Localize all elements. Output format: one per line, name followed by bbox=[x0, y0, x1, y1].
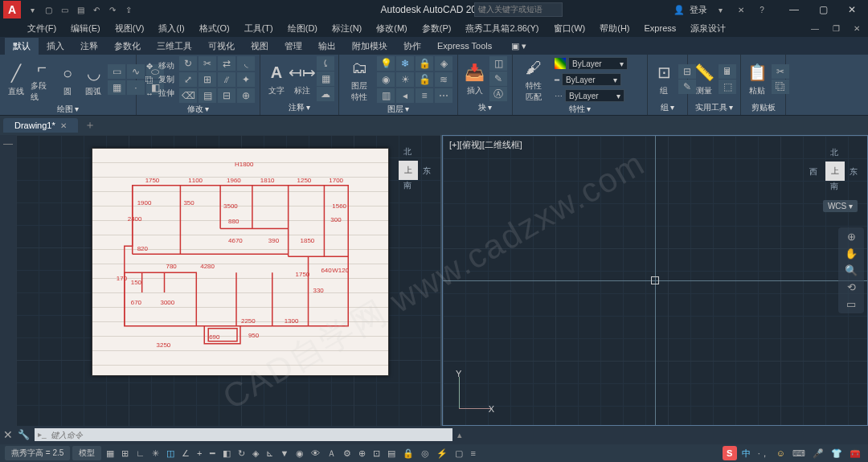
polar-toggle-icon[interactable]: ✳ bbox=[149, 447, 162, 460]
infocenter-dropdown[interactable]: ▾ bbox=[714, 3, 727, 16]
viewport-right[interactable]: [+][俯视][二维线框] Y X 上 北 南 东 西 WCS ▾ ⊕ ✋ 🔍 bbox=[442, 135, 868, 426]
hardware-accel-icon[interactable]: ⚡ bbox=[434, 447, 450, 460]
menu-yanxiu[interactable]: 燕秀工具箱2.86(Y) bbox=[459, 21, 545, 36]
join-icon[interactable]: ⊕ bbox=[237, 88, 255, 103]
viewcube-face[interactable]: 上 bbox=[399, 161, 418, 180]
break-icon[interactable]: ⊟ bbox=[218, 88, 235, 103]
steering-wheel-icon[interactable]: ⊕ bbox=[847, 231, 856, 243]
document-tab[interactable]: Drawing1* ✕ bbox=[3, 118, 78, 133]
app-logo[interactable]: A bbox=[3, 1, 21, 18]
zoom-icon[interactable]: 🔍 bbox=[845, 264, 858, 276]
color-combo[interactable]: ByLayer▾ bbox=[568, 57, 628, 70]
minimize-button[interactable]: — bbox=[781, 2, 807, 17]
layer-more-icon[interactable]: ⋯ bbox=[435, 88, 452, 103]
undo-icon[interactable]: ↶ bbox=[90, 3, 103, 16]
filter-icon[interactable]: ▼ bbox=[278, 447, 292, 460]
user-icon[interactable]: 👤 bbox=[674, 5, 685, 15]
ribbon-tab-annotate[interactable]: 注释 bbox=[72, 38, 106, 55]
ribbon-tab-visualize[interactable]: 可视化 bbox=[200, 38, 243, 55]
tray-punct-icon[interactable]: ·， bbox=[755, 446, 772, 461]
viewport-left[interactable]: 上 北 南 东 H1800 bbox=[16, 135, 440, 426]
anno-vis-icon[interactable]: 👁 bbox=[309, 447, 322, 460]
strip-expand-icon[interactable]: — bbox=[3, 138, 13, 149]
tray-voice-icon[interactable]: 🎤 bbox=[810, 447, 826, 460]
ribbon-tab-collab[interactable]: 协作 bbox=[395, 38, 429, 55]
offset-icon[interactable]: ⫽ bbox=[218, 72, 235, 87]
cmd-history-icon[interactable]: ▴ bbox=[457, 430, 462, 440]
circle-button[interactable]: ○圆 bbox=[56, 62, 79, 97]
clean-screen-icon[interactable]: ▢ bbox=[452, 447, 465, 460]
mirror-icon[interactable]: ⇄ bbox=[218, 56, 235, 71]
lock-ui-icon[interactable]: 🔒 bbox=[400, 447, 416, 460]
dyn-input-icon[interactable]: + bbox=[194, 447, 204, 460]
quick-props-icon[interactable]: ▤ bbox=[385, 447, 398, 460]
snap-toggle-icon[interactable]: ⊞ bbox=[119, 447, 131, 460]
table-icon[interactable]: ▦ bbox=[317, 72, 334, 86]
viewcube-right[interactable]: 上 北 南 东 西 bbox=[809, 145, 858, 194]
layer-match-icon[interactable]: ≋ bbox=[435, 72, 452, 87]
viewcube-face[interactable]: 上 bbox=[825, 161, 845, 181]
layer-thaw-icon[interactable]: ☀ bbox=[396, 72, 414, 87]
edit-block-icon[interactable]: ✎ bbox=[489, 72, 507, 86]
ribbon-tab-addins[interactable]: 附加模块 bbox=[344, 38, 395, 55]
menu-express[interactable]: Express bbox=[638, 22, 683, 35]
dyn-ucs-icon[interactable]: ⊾ bbox=[264, 447, 276, 460]
dimension-button[interactable]: ↤↦标注 bbox=[291, 61, 313, 96]
save-icon[interactable]: ▤ bbox=[74, 3, 87, 16]
color-swatch-icon[interactable] bbox=[555, 58, 566, 69]
tray-skin-icon[interactable]: 👕 bbox=[829, 447, 845, 460]
layer-props-button[interactable]: 🗂图层 特性 bbox=[344, 56, 374, 103]
new-icon[interactable]: ▢ bbox=[42, 3, 55, 16]
add-tab-icon[interactable]: ＋ bbox=[84, 118, 96, 133]
menu-insert[interactable]: 插入(I) bbox=[152, 21, 190, 36]
line-button[interactable]: ╱直线 bbox=[5, 62, 27, 97]
help-icon[interactable]: ? bbox=[755, 3, 768, 16]
copy-button[interactable]: ⿻复制 bbox=[141, 73, 176, 86]
ribbon-tab-express[interactable]: Express Tools bbox=[429, 39, 500, 53]
rect-icon[interactable]: ▭ bbox=[108, 64, 125, 79]
scale-icon[interactable]: ⤢ bbox=[179, 72, 197, 87]
menu-help[interactable]: 帮助(H) bbox=[593, 21, 636, 36]
close-tab-icon[interactable]: ✕ bbox=[60, 121, 67, 130]
ribbon-tab-toggle[interactable]: ▣ ▾ bbox=[503, 39, 534, 54]
units-icon[interactable]: ⊡ bbox=[371, 447, 383, 460]
menu-edit[interactable]: 编辑(E) bbox=[64, 21, 107, 36]
ortho-toggle-icon[interactable]: ∟ bbox=[133, 447, 147, 460]
menu-modify[interactable]: 修改(M) bbox=[370, 21, 414, 36]
anno-monitor-icon[interactable]: ⊕ bbox=[356, 447, 368, 460]
workspace-icon[interactable]: ⚙ bbox=[341, 447, 354, 460]
cmd-config-icon[interactable]: 🔧 bbox=[18, 429, 30, 440]
fillet-icon[interactable]: ◟ bbox=[237, 56, 255, 71]
explode-icon[interactable]: ✦ bbox=[237, 72, 255, 87]
layer-prev-icon[interactable]: ◂ bbox=[396, 88, 414, 103]
osnap-toggle-icon[interactable]: ◫ bbox=[164, 447, 177, 460]
ribbon-tab-output[interactable]: 输出 bbox=[310, 38, 344, 55]
text-button[interactable]: A文字 bbox=[265, 61, 288, 96]
menu-file[interactable]: 文件(F) bbox=[21, 21, 63, 36]
doc-restore-icon[interactable]: ❐ bbox=[829, 22, 842, 35]
stretch-button[interactable]: ↔拉伸 bbox=[141, 87, 176, 100]
layer-walk-icon[interactable]: ▥ bbox=[377, 88, 395, 103]
3dosnap-icon[interactable]: ◈ bbox=[250, 447, 261, 460]
hatch-icon[interactable]: ▦ bbox=[108, 80, 125, 95]
paste-button[interactable]: 📋粘贴 bbox=[746, 61, 768, 96]
layer-iso-icon[interactable]: ◈ bbox=[435, 56, 452, 71]
menu-draw[interactable]: 绘图(D) bbox=[281, 21, 324, 36]
lineweight-combo[interactable]: ByLayer▾ bbox=[562, 73, 621, 86]
redo-icon[interactable]: ↷ bbox=[106, 3, 119, 16]
select-icon[interactable]: ⬚ bbox=[719, 80, 736, 94]
layer-unlock-icon[interactable]: 🔓 bbox=[416, 72, 433, 87]
cycling-icon[interactable]: ↻ bbox=[235, 447, 248, 460]
gizmo-icon[interactable]: ◉ bbox=[293, 447, 306, 460]
viewcube-left[interactable]: 上 北 南 东 bbox=[383, 145, 431, 193]
cut-icon[interactable]: ✂ bbox=[772, 64, 789, 79]
erase-icon[interactable]: ⌫ bbox=[179, 88, 197, 103]
customize-icon[interactable]: ≡ bbox=[468, 447, 477, 460]
anno-scale-icon[interactable]: Ａ bbox=[325, 446, 338, 461]
viewport-label[interactable]: [+][俯视][二维线框] bbox=[449, 139, 522, 151]
command-input[interactable] bbox=[35, 428, 452, 441]
ribbon-tab-manage[interactable]: 管理 bbox=[276, 38, 310, 55]
tray-emoji-icon[interactable]: ☺ bbox=[774, 447, 788, 460]
layer-lock-icon[interactable]: 🔒 bbox=[416, 56, 433, 71]
login-label[interactable]: 登录 bbox=[690, 4, 707, 16]
